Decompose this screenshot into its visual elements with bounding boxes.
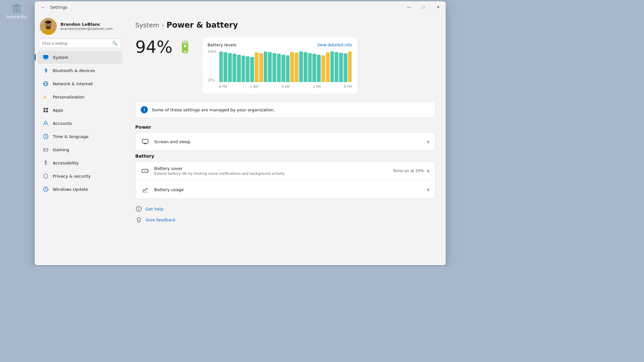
- time-nav-label: Time & language: [53, 134, 89, 139]
- sidebar-item-apps[interactable]: Apps: [37, 104, 122, 116]
- profile-info: Brandon LeBlanc brandoninsider@outlook.c…: [61, 22, 113, 31]
- search-input[interactable]: [42, 41, 110, 46]
- chart-bar-0: [219, 51, 223, 82]
- accessibility-nav-label: Accessibility: [53, 161, 79, 165]
- svg-point-10: [45, 21, 52, 24]
- search-icon: 🔍: [112, 41, 118, 46]
- power-section-header: Power: [135, 125, 435, 130]
- get-help-link[interactable]: Get help: [135, 205, 435, 212]
- battery-usage-right: ∨: [427, 187, 430, 192]
- chart-bar-1: [223, 52, 227, 82]
- accounts-nav-label: Accounts: [53, 121, 72, 126]
- svg-rect-23: [43, 110, 45, 112]
- breadcrumb-current: Power & battery: [166, 21, 238, 30]
- sidebar-item-personalization[interactable]: Personalization: [37, 90, 122, 103]
- svg-point-32: [46, 149, 47, 150]
- svg-point-34: [45, 161, 46, 162]
- sidebar-item-network[interactable]: Network & internet: [37, 77, 122, 90]
- sidebar-item-privacy[interactable]: Privacy & security: [37, 170, 122, 182]
- sidebar-item-accounts[interactable]: Accounts: [37, 117, 122, 130]
- battery-saver-item[interactable]: Battery saver Extend battery life by lim…: [136, 162, 435, 181]
- bottom-links: Get help Give feedback: [135, 205, 435, 223]
- svg-rect-2: [15, 4, 18, 5]
- update-nav-label: Windows Update: [53, 187, 88, 192]
- recycle-bin-icon[interactable]: Recycle Bin: [6, 3, 27, 19]
- breadcrumb-system[interactable]: System: [135, 21, 159, 29]
- svg-rect-1: [12, 5, 21, 6]
- battery-overview: 94% 🔋 Battery levels View detailed info …: [135, 37, 435, 94]
- sidebar-item-gaming[interactable]: Gaming: [37, 143, 122, 156]
- chart-bar-27: [339, 53, 343, 82]
- svg-rect-14: [43, 55, 48, 59]
- chart-bar-12: [272, 53, 276, 82]
- svg-rect-24: [46, 110, 48, 112]
- view-detailed-info-link[interactable]: View detailed info: [317, 43, 352, 47]
- svg-rect-21: [43, 108, 45, 110]
- chart-x-8pm-1: 8 PM: [219, 85, 227, 88]
- screen-sleep-label: Screen and sleep: [154, 139, 190, 144]
- minimize-button[interactable]: —: [401, 1, 416, 13]
- chart-bar-24: [326, 52, 330, 82]
- give-feedback-icon: [135, 216, 142, 223]
- accessibility-nav-icon: [43, 160, 49, 166]
- search-box[interactable]: 🔍: [39, 39, 121, 48]
- chart-title: Battery levels: [208, 42, 237, 47]
- settings-window: ← Settings — □ ✕: [35, 1, 446, 265]
- battery-percentage: 94% 🔋: [135, 37, 192, 57]
- battery-saver-icon: [141, 166, 150, 175]
- battery-section-header: Battery: [135, 153, 435, 159]
- back-button[interactable]: ←: [39, 3, 48, 12]
- sidebar-item-accessibility[interactable]: Accessibility: [37, 156, 122, 169]
- screen-sleep-left: Screen and sleep: [141, 137, 190, 146]
- personalization-nav-icon: [43, 94, 49, 100]
- chart-bar-17: [295, 53, 298, 82]
- apps-nav-icon: [43, 107, 49, 113]
- svg-line-38: [46, 164, 47, 165]
- battery-usage-icon: [141, 185, 150, 194]
- chart-x-8am: 8 AM: [281, 85, 289, 88]
- svg-line-37: [45, 164, 46, 165]
- avatar: [40, 18, 57, 35]
- bluetooth-nav-icon: [43, 67, 49, 74]
- gaming-nav-icon: [43, 146, 49, 153]
- privacy-nav-icon: [43, 173, 49, 179]
- sidebar-item-update[interactable]: Windows Update: [37, 183, 122, 196]
- screen-sleep-icon: [141, 137, 150, 146]
- close-button[interactable]: ✕: [431, 1, 446, 13]
- svg-line-28: [46, 136, 47, 137]
- svg-rect-22: [46, 108, 48, 110]
- svg-point-9: [46, 26, 51, 29]
- sidebar-item-bluetooth[interactable]: Bluetooth & devices: [37, 64, 122, 77]
- recycle-bin-label: Recycle Bin: [6, 15, 27, 19]
- maximize-button[interactable]: □: [416, 1, 431, 13]
- svg-point-47: [138, 208, 139, 209]
- chart-y-labels: 100% 50%: [208, 50, 217, 82]
- battery-percentage-text: 94%: [135, 37, 173, 57]
- chart-x-labels: 8 PM 2 AM 8 AM 2 PM 8 PM: [219, 85, 352, 88]
- chart-bar-4: [237, 55, 241, 82]
- chart-bar-19: [304, 52, 308, 82]
- breadcrumb-chevron: ›: [162, 22, 164, 28]
- sidebar-item-time[interactable]: Time & language: [37, 130, 122, 143]
- chart-x-2am: 2 AM: [250, 85, 258, 88]
- profile-section: Brandon LeBlanc brandoninsider@outlook.c…: [35, 13, 125, 39]
- chart-x-2pm: 2 PM: [313, 85, 321, 88]
- network-nav-label: Network & internet: [53, 81, 93, 86]
- info-icon: i: [141, 106, 148, 113]
- sidebar-item-system[interactable]: System: [37, 51, 122, 64]
- svg-rect-44: [148, 170, 148, 172]
- give-feedback-link[interactable]: Give feedback: [135, 216, 435, 223]
- power-accordion: Screen and sleep ∨: [135, 132, 435, 151]
- battery-accordion: Battery saver Extend battery life by lim…: [135, 161, 435, 199]
- apps-nav-label: Apps: [53, 108, 63, 113]
- chart-bar-26: [335, 52, 338, 82]
- chart-bar-5: [242, 56, 245, 82]
- battery-usage-item[interactable]: Battery usage ∨: [136, 181, 435, 199]
- chart-bar-2: [228, 53, 232, 82]
- screen-sleep-item[interactable]: Screen and sleep ∨: [136, 133, 435, 151]
- chart-bar-7: [250, 57, 254, 82]
- screen-sleep-text: Screen and sleep: [154, 139, 190, 144]
- sidebar: Brandon LeBlanc brandoninsider@outlook.c…: [35, 13, 125, 265]
- battery-usage-text: Battery usage: [154, 187, 184, 192]
- screen-sleep-right: ∨: [427, 139, 430, 144]
